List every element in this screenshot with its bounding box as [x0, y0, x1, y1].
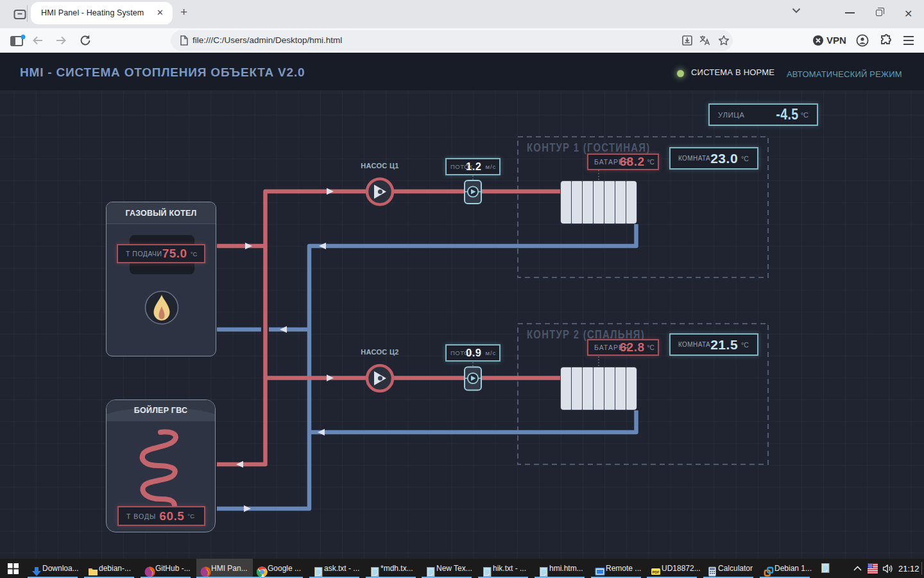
svg-text:PDF: PDF: [653, 570, 660, 574]
